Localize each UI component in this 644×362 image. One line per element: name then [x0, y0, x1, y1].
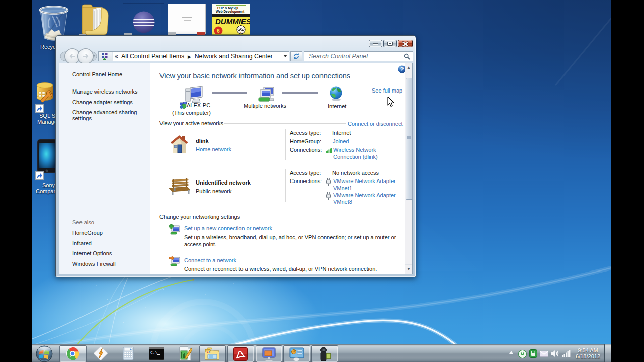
- svg-text:C:\: C:\: [150, 350, 158, 355]
- svg-text:6: 6: [217, 28, 220, 34]
- svg-text:?: ?: [400, 66, 404, 72]
